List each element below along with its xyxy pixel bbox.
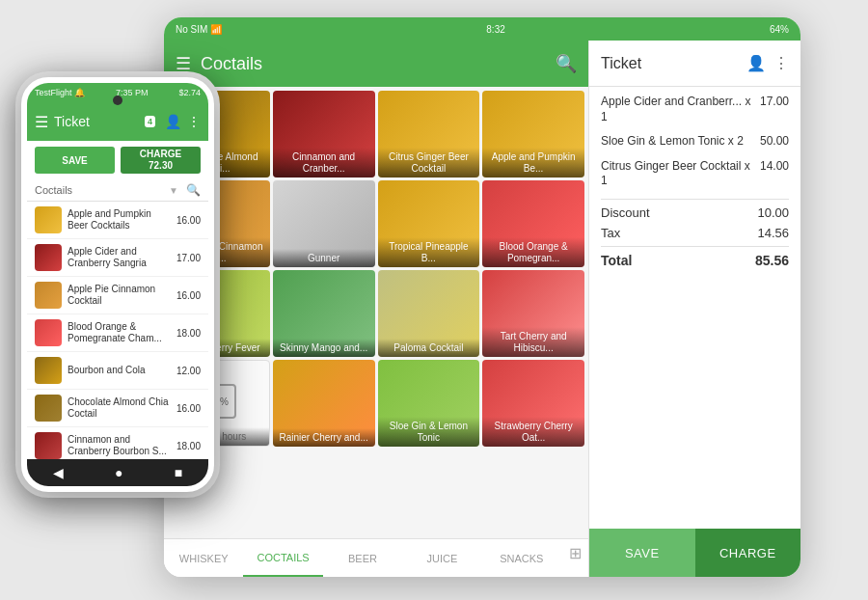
category-tab-whiskey[interactable]: WHISKEY xyxy=(164,539,243,577)
ticket-item-name: Citrus Ginger Beer Cocktail x 1 xyxy=(601,159,756,189)
grid-view-icon[interactable]: ⊞ xyxy=(561,539,588,566)
phone-actions: SAVE CHARGE 72.30 xyxy=(27,141,208,179)
phone-list-item[interactable]: Apple and Pumpkin Beer Cocktails 16.00 xyxy=(27,202,208,239)
ticket-panel: Ticket 👤 ⋮ Apple Cider and Cranberr... x… xyxy=(588,41,800,577)
phone-item-name: Apple Cider and Cranberry Sangria xyxy=(68,246,171,269)
phone-home-button[interactable]: ● xyxy=(115,465,122,480)
phone-list-item[interactable]: Cinnamon and Cranberry Bourbon S... 18.0… xyxy=(27,427,208,459)
total-value: 85.56 xyxy=(755,253,789,268)
phone-status-right: $2.74 xyxy=(178,88,201,97)
phone-camera xyxy=(113,95,122,105)
cocktail-name: Tart Cherry and Hibiscu... xyxy=(486,331,581,354)
tablet-battery: 64% xyxy=(770,24,789,35)
cocktail-item[interactable]: Paloma Cocktail xyxy=(378,270,480,357)
cocktail-grid: Chocolate Almond Chi...Cinnamon and Cran… xyxy=(168,91,584,447)
phone-add-person-icon[interactable]: 👤 xyxy=(165,114,181,129)
category-tab-coctails[interactable]: COCTAILS xyxy=(243,539,322,577)
phone-item-name: Chocolate Almond Chia Coctail xyxy=(68,396,171,420)
phone-list-item[interactable]: Apple Pie Cinnamon Cocktail 16.00 xyxy=(27,277,208,314)
phone-charge-button[interactable]: CHARGE 72.30 xyxy=(121,147,201,174)
phone-item-price: 16.00 xyxy=(176,403,201,414)
phone-item-price: 18.00 xyxy=(176,328,201,339)
cocktail-grid-area: Chocolate Almond Chi...Cinnamon and Cran… xyxy=(164,87,588,538)
ticket-save-button[interactable]: SAVE xyxy=(589,529,695,577)
cocktail-item[interactable]: Strawberry Cherry Oat... xyxy=(482,360,584,447)
ticket-footer: SAVE CHARGE xyxy=(589,529,800,577)
tablet-body: ☰ Coctails 🔍 Chocolate Almond Chi...Cinn… xyxy=(164,41,800,577)
cocktail-item[interactable]: Tart Cherry and Hibiscu... xyxy=(482,270,584,357)
phone-list-item[interactable]: Apple Cider and Cranberry Sangria 17.00 xyxy=(27,239,208,277)
cocktail-item[interactable]: Rainier Cherry and... xyxy=(273,360,375,447)
phone-charge-amount: 72.30 xyxy=(149,160,173,172)
cocktail-item[interactable]: Blood Orange & Pomegran... xyxy=(482,180,584,267)
tax-value: 14.56 xyxy=(757,226,789,240)
phone-charge-label: CHARGE xyxy=(140,149,181,160)
item-avatar xyxy=(35,244,62,271)
cocktail-item[interactable]: Skinny Mango and... xyxy=(273,270,375,357)
ticket-item-price: 50.00 xyxy=(760,134,789,148)
phone-badge: 4 xyxy=(145,116,155,127)
phone-header: ☰ Ticket 4 👤 ⋮ xyxy=(27,102,208,141)
phone-search-icon[interactable]: 🔍 xyxy=(186,183,201,197)
ticket-title: Ticket xyxy=(601,55,746,72)
tablet-search-icon[interactable]: 🔍 xyxy=(556,53,577,74)
cocktail-name: Gunner xyxy=(277,253,371,264)
cocktail-item[interactable]: Tropical Pineapple B... xyxy=(378,180,480,267)
ticket-divider-2 xyxy=(601,246,789,247)
phone-dropdown-icon[interactable]: ▼ xyxy=(169,185,178,196)
ticket-icons: 👤 ⋮ xyxy=(746,54,789,72)
phone-square-button[interactable]: ■ xyxy=(175,465,182,480)
phone-status-left: TestFlight 🔔 xyxy=(35,88,85,97)
ticket-charge-button[interactable]: CHARGE xyxy=(695,529,801,577)
ticket-add-person-icon[interactable]: 👤 xyxy=(746,54,766,72)
total-label: Total xyxy=(601,253,632,268)
ticket-total-row: Total85.56 xyxy=(601,253,789,268)
phone-item-name: Apple and Pumpkin Beer Cocktails xyxy=(68,208,171,232)
category-tab-snacks[interactable]: SNACKS xyxy=(482,539,561,577)
item-avatar xyxy=(35,432,62,459)
tablet-left-panel: ☰ Coctails 🔍 Chocolate Almond Chi...Cinn… xyxy=(164,41,588,577)
phone-item-name: Blood Orange & Pomegranate Cham... xyxy=(68,321,171,344)
ticket-item-name: Sloe Gin & Lemon Tonic x 2 xyxy=(601,134,756,150)
discount-label: Discount xyxy=(601,205,650,220)
phone-item-name: Cinnamon and Cranberry Bourbon S... xyxy=(68,434,171,457)
phone-item-price: 17.00 xyxy=(176,253,201,263)
tablet-status-right: 64% xyxy=(770,24,789,35)
ticket-discount-row: Discount10.00 xyxy=(601,205,789,220)
phone-list-item[interactable]: Chocolate Almond Chia Coctail 16.00 xyxy=(27,390,208,427)
item-avatar xyxy=(35,206,62,233)
cocktail-name: Paloma Cocktail xyxy=(382,342,476,354)
phone-hamburger-icon[interactable]: ☰ xyxy=(35,113,48,131)
cocktail-item[interactable]: Gunner xyxy=(273,180,375,267)
tablet-title: Coctails xyxy=(201,54,546,74)
category-tab-juice[interactable]: JUICE xyxy=(402,539,481,577)
phone-device: TestFlight 🔔 7:35 PM $2.74 ☰ Ticket 4 👤 … xyxy=(21,77,214,492)
cocktail-name: Tropical Pineapple B... xyxy=(382,241,476,264)
cocktail-item[interactable]: Citrus Ginger Beer Cocktail xyxy=(378,91,480,177)
cocktail-item[interactable]: Cinnamon and Cranber... xyxy=(273,91,375,177)
ticket-more-icon[interactable]: ⋮ xyxy=(773,54,789,72)
ticket-item: Apple Cider and Cranberr... x 1 17.00 xyxy=(601,95,789,124)
ticket-item-price: 17.00 xyxy=(760,95,789,108)
phone-list-item[interactable]: Bourbon and Cola 12.00 xyxy=(27,352,208,390)
ticket-item-price: 14.00 xyxy=(760,159,789,173)
item-avatar xyxy=(35,395,62,422)
phone-item-price: 16.00 xyxy=(176,290,201,301)
tablet-status-bar: No SIM 📶 8:32 64% xyxy=(164,17,800,41)
phone-search-label: Coctails xyxy=(35,184,165,196)
ticket-item: Citrus Ginger Beer Cocktail x 1 14.00 xyxy=(601,159,789,189)
item-avatar xyxy=(35,282,62,309)
phone-more-icon[interactable]: ⋮ xyxy=(187,114,201,129)
phone-item-name: Bourbon and Cola xyxy=(68,365,171,376)
phone-list-item[interactable]: Blood Orange & Pomegranate Cham... 18.00 xyxy=(27,314,208,352)
ticket-item: Sloe Gin & Lemon Tonic x 2 50.00 xyxy=(601,134,789,150)
item-avatar xyxy=(35,357,62,384)
cocktail-item[interactable]: Sloe Gin & Lemon Tonic xyxy=(378,360,480,447)
phone-save-button[interactable]: SAVE xyxy=(35,147,115,174)
ticket-tax-row: Tax14.56 xyxy=(601,226,789,240)
cocktail-item[interactable]: Apple and Pumpkin Be... xyxy=(482,91,584,177)
category-tab-beer[interactable]: BEER xyxy=(323,539,402,577)
cocktail-name: Citrus Ginger Beer Cocktail xyxy=(382,151,476,175)
phone-back-button[interactable]: ◀ xyxy=(53,465,64,480)
tax-label: Tax xyxy=(601,226,620,240)
